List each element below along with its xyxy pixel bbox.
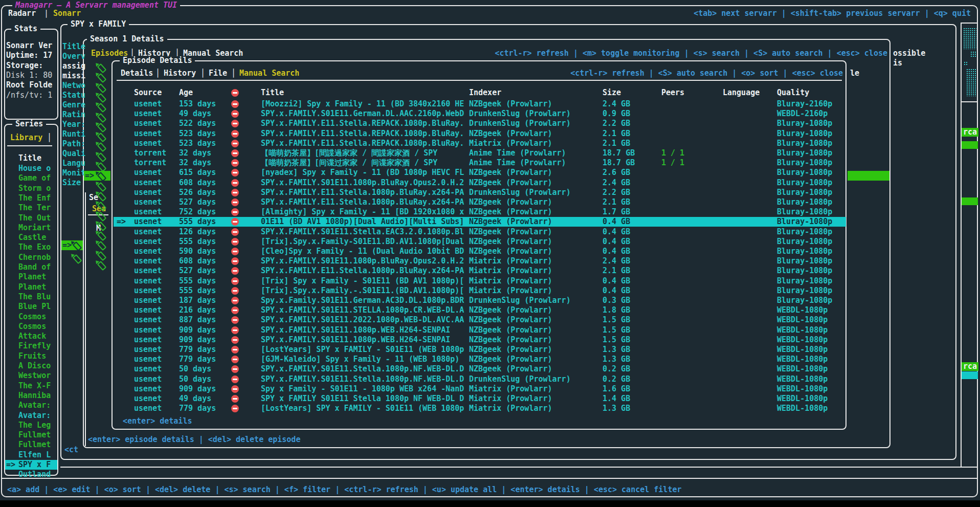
series-item[interactable]: Outland bbox=[5, 470, 57, 479]
episode-monitor-row[interactable] bbox=[84, 151, 110, 161]
series-item[interactable]: Fruits bbox=[5, 351, 57, 361]
table-row[interactable]: usenet752 days[Almighty] Spy x Family - … bbox=[114, 207, 846, 217]
series-item[interactable]: Hanniba bbox=[5, 391, 57, 401]
episode-monitor-row[interactable] bbox=[84, 92, 110, 102]
episode-monitor-row[interactable] bbox=[84, 141, 110, 151]
series-item[interactable]: Avatar: bbox=[5, 411, 57, 421]
table-row[interactable]: usenet555 days[Trix].Spy.x.Family-S01E11… bbox=[114, 237, 846, 247]
table-row[interactable]: usenet779 days[GJM-Kaleido] Spy x Family… bbox=[114, 355, 846, 364]
selected-season-row-fragment[interactable]: => bbox=[61, 240, 83, 250]
table-row[interactable]: torrent32 days【喵萌奶茶屋】[间谍过家家 / 间谍家家酒 / SP… bbox=[114, 158, 846, 168]
series-item[interactable]: Fullmet bbox=[5, 430, 57, 440]
table-row[interactable]: usenet153 days[Moozzi2] Spy x Family - 1… bbox=[114, 99, 846, 109]
series-item[interactable]: The Enf bbox=[5, 193, 57, 203]
episode-monitor-row[interactable] bbox=[84, 181, 110, 191]
episode-monitor-row[interactable]: => bbox=[84, 171, 110, 181]
episode-monitor-row[interactable] bbox=[84, 161, 110, 171]
table-row[interactable]: usenet555 days[Trix].Spy.x.Family.-.S01E… bbox=[114, 286, 846, 296]
series-item[interactable]: Fullmet bbox=[5, 440, 57, 450]
episode-monitor-row[interactable] bbox=[84, 250, 110, 260]
column-header-source[interactable]: Source bbox=[134, 88, 162, 98]
table-row[interactable]: usenet49 daysSPY x FAMILY S01E11 Stella … bbox=[114, 394, 846, 404]
series-item[interactable]: Planet bbox=[5, 272, 57, 282]
table-row[interactable]: usenet187 daysSpy.x.Family.S01E11.German… bbox=[114, 296, 846, 305]
episode-monitor-row[interactable] bbox=[84, 260, 110, 270]
series-item[interactable]: Cosmos bbox=[5, 312, 57, 322]
tab-manual-search[interactable]: Manual Search bbox=[239, 69, 299, 78]
column-header-quality[interactable]: Quality bbox=[777, 88, 809, 98]
table-row[interactable]: usenet608 daysSPY.x.FAMILY.S01E11.1080p.… bbox=[114, 256, 846, 266]
column-header-size[interactable]: Size bbox=[603, 88, 621, 98]
series-item[interactable]: The Exo bbox=[5, 243, 57, 252]
series-item[interactable]: Game of bbox=[5, 173, 57, 183]
episode-monitor-row[interactable] bbox=[84, 62, 110, 72]
episode-monitor-row[interactable] bbox=[84, 191, 110, 201]
episode-monitor-row[interactable] bbox=[84, 72, 110, 82]
table-row[interactable]: usenet887 daysSPY.x.FAMILY.S01E11.2022.1… bbox=[114, 315, 846, 325]
table-row[interactable]: usenet555 days[Trix] Spy x Family - S01E… bbox=[114, 276, 846, 286]
series-item[interactable]: The Out bbox=[5, 213, 57, 223]
series-item[interactable]: Attack bbox=[5, 332, 57, 341]
series-item[interactable]: Blue Pl bbox=[5, 302, 57, 312]
column-header-language[interactable]: Language bbox=[723, 88, 760, 98]
table-row[interactable]: usenet50 daysSPY.x.FAMILY.S01E11.Stella.… bbox=[114, 374, 846, 384]
series-item[interactable]: Planet bbox=[5, 282, 57, 292]
table-row[interactable]: usenet909 daysSPY.x.FAMILY.S01E11.1080p.… bbox=[114, 335, 846, 345]
table-row[interactable]: usenet909 daysSPY.x.FAMILY.S01E11.1080p.… bbox=[114, 325, 846, 335]
tab-details[interactable]: Details bbox=[121, 69, 153, 78]
table-row[interactable]: usenet522 daysSPY.x.FAMILY.E11.Stella.RE… bbox=[114, 119, 846, 128]
episode-monitor-row[interactable] bbox=[84, 82, 110, 92]
tab-radarr[interactable]: Radarr bbox=[8, 9, 36, 18]
series-item[interactable]: Cosmos bbox=[5, 322, 57, 332]
episode-monitor-row[interactable] bbox=[84, 112, 110, 122]
column-header-age[interactable]: Age bbox=[179, 88, 193, 98]
episode-monitor-row[interactable] bbox=[84, 211, 110, 221]
table-row[interactable]: usenet909 daysSpy x Family - S01E11 - 10… bbox=[114, 384, 846, 394]
series-item[interactable]: The X-F bbox=[5, 381, 57, 391]
series-item[interactable]: The Leg bbox=[5, 421, 57, 430]
series-item[interactable]: Avatar: bbox=[5, 401, 57, 410]
series-item[interactable]: Moriart bbox=[5, 223, 57, 233]
series-item[interactable]: Storm o bbox=[5, 184, 57, 193]
table-row[interactable]: usenet216 daysSPY.x.FAMILY.S01E11.STELLA… bbox=[114, 305, 846, 315]
series-item[interactable]: Elfen L bbox=[5, 450, 57, 460]
table-row[interactable]: usenet779 days[LostYears] SPY x FAMILY -… bbox=[114, 404, 846, 413]
series-item[interactable]: Castle bbox=[5, 233, 57, 243]
tab-file[interactable]: File bbox=[209, 69, 227, 78]
table-row[interactable]: usenet526 daysSPY.x.FAMILY.E11.Stella.10… bbox=[114, 188, 846, 197]
series-item[interactable]: Chernob bbox=[5, 253, 57, 262]
series-item[interactable]: Westwor bbox=[5, 371, 57, 381]
table-row[interactable]: usenet590 days[Cleo]Spy x Family - 11 (D… bbox=[114, 247, 846, 256]
episode-monitor-row[interactable] bbox=[84, 102, 110, 112]
episode-monitor-row[interactable] bbox=[84, 230, 110, 240]
column-header-peers[interactable]: Peers bbox=[661, 88, 684, 98]
tab-sonarr[interactable]: Sonarr bbox=[53, 9, 81, 18]
series-item[interactable]: The Ter bbox=[5, 203, 57, 213]
table-row[interactable]: usenet523 daysSPY.x.FAMILY.E11.Stella.RE… bbox=[114, 139, 846, 148]
table-row[interactable]: usenet527 daysSPY.x.FAMILY.E11.Stella.10… bbox=[114, 197, 846, 207]
table-row[interactable]: usenet615 days[nyadex] Spy x Family - 11… bbox=[114, 168, 846, 178]
table-row[interactable]: usenet527 daysSPY.x.FAMILY.E11.Stella.10… bbox=[114, 266, 846, 276]
episode-monitor-row[interactable] bbox=[84, 131, 110, 141]
series-item[interactable]: A Disco bbox=[5, 361, 57, 371]
series-item[interactable]: House o bbox=[5, 164, 57, 173]
tab-library[interactable]: Library bbox=[10, 133, 42, 143]
table-row[interactable]: =>usenet555 days01E11 (BD AV1 1080p)[Dua… bbox=[114, 217, 846, 227]
table-row[interactable]: usenet779 days[LostYears] SPY x FAMILY -… bbox=[114, 345, 846, 355]
episode-monitor-row[interactable] bbox=[84, 122, 110, 131]
series-item[interactable]: Band of bbox=[5, 262, 57, 272]
table-row[interactable]: usenet523 daysSPY.x.FAMILY.E11.Stella.RE… bbox=[114, 129, 846, 139]
episode-monitor-row[interactable] bbox=[84, 240, 110, 250]
column-header-indexer[interactable]: Indexer bbox=[469, 88, 501, 98]
table-row[interactable]: usenet608 daysSPY.x.FAMILY.S01E11.1080p.… bbox=[114, 178, 846, 188]
series-item[interactable]: The Blu bbox=[5, 292, 57, 302]
tab-history[interactable]: History bbox=[164, 69, 196, 78]
table-row[interactable]: torrent32 days【喵萌奶茶屋】[間諜過家家 / 間諜家家酒 / SP… bbox=[114, 148, 846, 158]
episode-monitor-row[interactable] bbox=[84, 201, 110, 210]
series-item[interactable]: Firefly bbox=[5, 341, 57, 351]
table-row[interactable]: usenet50 daysSPY.x.FAMILY.S01E11.Stella.… bbox=[114, 364, 846, 374]
table-row[interactable]: usenet49 daysSPY.x.FAMILY.S01E11.German.… bbox=[114, 109, 846, 119]
episode-monitor-row[interactable] bbox=[84, 221, 110, 230]
table-row[interactable]: usenet126 daysSPY.X.FAMILY.S01E11.Stella… bbox=[114, 227, 846, 237]
column-header-title[interactable]: Title bbox=[261, 88, 284, 98]
